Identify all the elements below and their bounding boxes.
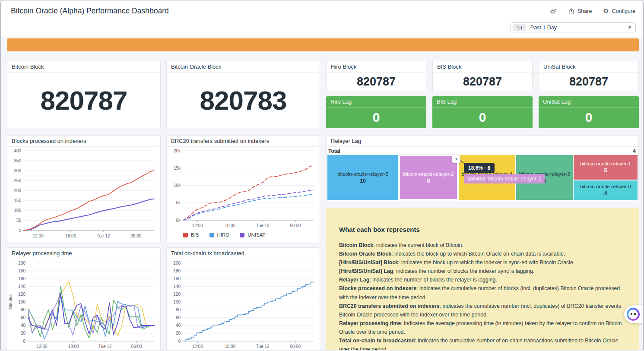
svg-text:140: 140 [18, 284, 25, 289]
panel-title: UniSat Lag [539, 96, 639, 108]
svg-text:10k: 10k [174, 183, 181, 188]
relayer-processing-time-chart[interactable]: 02040608010012014016018020012:0018:00Tue… [7, 259, 159, 350]
info-item: Blocks processed on indexers: indicates … [339, 284, 626, 301]
svg-text:100: 100 [173, 300, 181, 304]
page-title: Bitcoin Oracle (Alpha) Performance Dashb… [11, 6, 169, 16]
svg-text:20: 20 [21, 331, 26, 335]
svg-text:120: 120 [173, 292, 181, 297]
header: Bitcoin Oracle (Alpha) Performance Dashb… [1, 0, 643, 37]
svg-text:06:00: 06:00 [130, 234, 141, 238]
bitcoin-oracle-block-value: 820783 [167, 73, 320, 128]
chart-title: BRC20 transfers submitted on indexers [167, 136, 320, 147]
blocks-processed-chart[interactable]: 05010015020025030035040012:0018:00Tue 12… [7, 147, 159, 240]
legend-swatch [209, 233, 214, 237]
theme-toggle-button[interactable] [549, 7, 557, 15]
info-item: [Hiro/BIS/UniSat] Lag: indicates the num… [339, 267, 626, 275]
svg-text:06:00: 06:00 [131, 344, 142, 349]
svg-text:100: 100 [14, 208, 21, 213]
svg-text:140: 140 [173, 284, 181, 289]
treemap-total-value: 4 [633, 148, 636, 154]
hiro-lag-value: 0 [326, 108, 426, 127]
treemap-title: Relayer Lag [327, 136, 638, 147]
bis-block-value: 820787 [433, 73, 532, 91]
svg-text:80: 80 [21, 307, 26, 312]
treemap-box-menu-button[interactable]: ▼ [452, 155, 460, 163]
svg-text:0: 0 [23, 339, 25, 344]
time-range-badge: 1d [513, 24, 526, 31]
svg-text:12:00: 12:00 [33, 234, 44, 238]
panel-title: BIS Block [433, 61, 532, 73]
svg-text:Minutes: Minutes [8, 294, 13, 310]
chart-legend: BIS HIRO UNISAT [167, 230, 320, 237]
svg-text:150: 150 [14, 198, 21, 203]
treemap: bitcoin-oracle-relayer-5 10 bitcoin-orac… [327, 155, 638, 200]
panel-relayer-processing-time-chart: Relayer processing time 0204060801001201… [7, 247, 161, 350]
dashboard-window: Bitcoin Oracle (Alpha) Performance Dashb… [0, 0, 644, 350]
svg-text:50: 50 [16, 218, 22, 223]
chart-title: Total on-chain tx broadcasted [167, 248, 320, 259]
legend-item-bis[interactable]: BIS [183, 232, 199, 237]
svg-text:120: 120 [18, 292, 25, 297]
svg-text:0k: 0k [176, 218, 181, 223]
svg-text:200: 200 [14, 188, 21, 193]
svg-text:160: 160 [173, 276, 181, 281]
panel-title: UniSat Block [539, 61, 638, 73]
treemap-box-relayer-1[interactable]: bitcoin-oracle-relayer-1 5 [574, 155, 638, 180]
svg-text:18:00: 18:00 [225, 344, 235, 349]
gear-icon: ⚙ [603, 7, 609, 15]
info-heading: What each box represents [339, 226, 626, 233]
svg-text:0: 0 [178, 339, 181, 344]
legend-swatch [183, 233, 188, 237]
info-item: Bitcoin Block: indicates the current blo… [339, 241, 626, 250]
legend-item-hiro[interactable]: HIRO [209, 232, 230, 237]
legend-swatch [240, 233, 244, 237]
panel-hiro-lag: Hiro Lag 0 [326, 96, 426, 128]
treemap-box-relayer-5[interactable]: bitcoin-oracle-relayer-5 10 [327, 155, 398, 200]
svg-text:180: 180 [173, 269, 181, 273]
info-item: BRC20 transfers submitted on indexers: i… [339, 302, 626, 319]
legend-item-unisat[interactable]: UNISAT [240, 232, 265, 237]
svg-text:12:00: 12:00 [37, 344, 48, 349]
assistant-chat-button[interactable] [624, 305, 643, 323]
panel-title: Hiro Block [327, 61, 426, 73]
svg-text:Tue 12: Tue 12 [97, 234, 110, 238]
tx-broadcasted-chart[interactable]: 02040608010012014016018020012:0018:00Tue… [167, 259, 318, 350]
treemap-box-relayer-0[interactable]: bitcoin-oracle-relayer-0 4 [574, 180, 638, 200]
chart-title: Relayer processing time [7, 248, 160, 259]
svg-text:60: 60 [176, 315, 181, 320]
svg-text:100: 100 [18, 300, 25, 304]
panel-relayer-lag-treemap: Relayer Lag Total 4 bitcoin-oracle-relay… [326, 135, 639, 201]
svg-text:18:00: 18:00 [225, 223, 235, 228]
chevron-down-icon: ▼ [628, 25, 632, 30]
panel-title: Bitcoin Oracle Block [167, 61, 320, 73]
share-button[interactable]: Share [568, 8, 592, 15]
tooltip-service-key: service [467, 176, 485, 182]
share-label: Share [577, 8, 592, 14]
panel-bitcoin-oracle-block: Bitcoin Oracle Block 820783 [166, 61, 320, 128]
panel-brc20-transfers-chart: BRC20 transfers submitted on indexers 0k… [166, 135, 320, 242]
treemap-breadcrumb[interactable]: Total [328, 148, 340, 154]
info-item: Relayer processing time: indicates the a… [339, 319, 626, 336]
svg-text:300: 300 [14, 168, 21, 173]
time-range-picker[interactable]: 1d Past 1 Day ▼ [511, 22, 636, 32]
treemap-box-relayer-2[interactable]: bitcoin-oracle-relayer-2 8 [399, 155, 457, 200]
chart-title: Blocks processed on indexers [7, 136, 160, 147]
hiro-block-value: 820787 [327, 73, 426, 91]
configure-button[interactable]: ⚙ Configure [603, 7, 635, 15]
svg-text:40: 40 [21, 323, 26, 328]
svg-text:40: 40 [176, 323, 181, 328]
brc20-transfers-chart[interactable]: 0k5k10k15k20k12:0018:00Tue 1206:00 [167, 147, 318, 230]
info-item: Total on-chain tx broadcasted: indicates… [339, 336, 626, 350]
configure-label: Configure [612, 8, 635, 14]
alert-banner[interactable] [7, 38, 639, 51]
svg-text:12:00: 12:00 [192, 223, 203, 228]
svg-text:0: 0 [19, 228, 21, 233]
panel-bitcoin-block: Bitcoin Block 820787 [7, 61, 161, 128]
unisat-lag-value: 0 [539, 108, 639, 127]
svg-text:18:00: 18:00 [68, 344, 79, 349]
svg-text:250: 250 [14, 178, 21, 183]
panel-title: Hiro Lag [326, 96, 426, 108]
info-panel: What each box represents Bitcoin Block: … [326, 208, 639, 350]
svg-text:5k: 5k [176, 200, 181, 205]
svg-text:15k: 15k [174, 166, 181, 171]
